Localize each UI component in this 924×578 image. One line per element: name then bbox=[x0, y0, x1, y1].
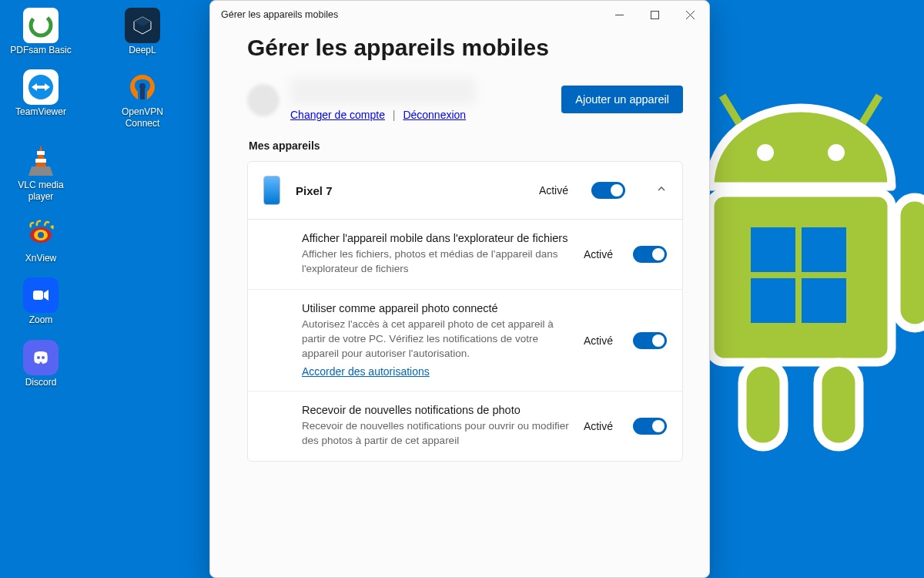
desktop: PDFsam Basic DeepL TeamViewer OpenVPN Co… bbox=[0, 0, 200, 388]
desktop-icon-label: OpenVPN Connect bbox=[111, 106, 174, 129]
setting-status: Activé bbox=[584, 248, 613, 260]
svg-line-21 bbox=[862, 96, 879, 123]
openvpn-icon bbox=[125, 69, 160, 105]
window-title: Gérer les appareils mobiles bbox=[221, 9, 601, 20]
teamviewer-icon bbox=[23, 69, 59, 105]
minimize-button[interactable] bbox=[601, 2, 637, 28]
svg-point-18 bbox=[37, 356, 40, 359]
svg-marker-17 bbox=[44, 290, 49, 301]
svg-point-27 bbox=[757, 144, 774, 161]
desktop-icon-discord[interactable]: Discord bbox=[9, 340, 72, 388]
desktop-icon-zoom[interactable]: Zoom bbox=[9, 277, 72, 325]
svg-rect-10 bbox=[37, 151, 45, 155]
svg-rect-22 bbox=[710, 193, 892, 362]
svg-line-20 bbox=[722, 96, 739, 123]
setting-title: Afficher l'appareil mobile dans l'explor… bbox=[302, 232, 571, 244]
setting-toggle[interactable] bbox=[633, 332, 667, 349]
desktop-icon-label: DeepL bbox=[129, 45, 156, 55]
desktop-icon-label: Discord bbox=[25, 377, 57, 388]
svg-rect-26 bbox=[896, 197, 924, 328]
logout-link[interactable]: Déconnexion bbox=[403, 109, 466, 121]
account-name-redacted bbox=[290, 78, 475, 104]
device-status: Activé bbox=[539, 184, 568, 197]
desktop-icon-xnview[interactable]: XnView bbox=[9, 216, 72, 264]
setting-toggle[interactable] bbox=[633, 246, 667, 263]
device-name: Pixel 7 bbox=[296, 184, 524, 197]
link-separator: | bbox=[388, 109, 400, 121]
change-account-link[interactable]: Changer de compte bbox=[290, 109, 385, 121]
window-content: Gérer les appareils mobiles Changer de c… bbox=[210, 29, 709, 577]
devices-section-label: Mes appareils bbox=[249, 139, 683, 152]
chevron-up-icon bbox=[656, 183, 667, 197]
desktop-icon-deepl[interactable]: DeepL bbox=[111, 8, 174, 55]
desktop-icon-openvpn[interactable]: OpenVPN Connect bbox=[111, 69, 174, 129]
svg-rect-11 bbox=[35, 159, 46, 163]
setting-title: Recevoir de nouvelles notifications de p… bbox=[302, 404, 571, 416]
svg-rect-24 bbox=[818, 362, 859, 447]
svg-rect-23 bbox=[742, 362, 784, 447]
xnview-icon bbox=[23, 216, 59, 251]
device-toggle[interactable] bbox=[591, 182, 625, 199]
setting-toggle[interactable] bbox=[633, 418, 667, 435]
desktop-icon-label: VLC media player bbox=[9, 180, 72, 202]
phone-icon bbox=[263, 176, 280, 205]
grant-permissions-link[interactable]: Accorder des autorisations bbox=[302, 365, 430, 378]
svg-rect-8 bbox=[140, 87, 145, 99]
svg-point-28 bbox=[828, 144, 845, 161]
setting-row-camera: Utiliser comme appareil photo connecté A… bbox=[248, 290, 682, 392]
desktop-icon-label: XnView bbox=[25, 253, 56, 264]
desktop-icon-label: TeamViewer bbox=[15, 106, 66, 117]
desktop-icon-vlc[interactable]: VLC media player bbox=[9, 143, 72, 202]
desktop-icon-teamviewer[interactable]: TeamViewer bbox=[9, 69, 72, 129]
deepl-icon bbox=[125, 8, 160, 43]
add-device-button[interactable]: Ajouter un appareil bbox=[561, 86, 683, 113]
account-row: Changer de compte | Déconnexion Ajouter … bbox=[247, 78, 683, 121]
svg-marker-12 bbox=[28, 166, 53, 176]
svg-marker-9 bbox=[35, 145, 46, 166]
vlc-icon bbox=[23, 143, 59, 178]
maximize-button[interactable] bbox=[637, 2, 672, 28]
setting-row-explorer: Afficher l'appareil mobile dans l'explor… bbox=[248, 220, 682, 290]
avatar bbox=[247, 84, 280, 116]
setting-status: Activé bbox=[584, 420, 613, 432]
setting-description: Recevoir de nouvelles notifications pour… bbox=[302, 419, 571, 449]
setting-description: Afficher les fichiers, photos et médias … bbox=[302, 247, 571, 277]
setting-status: Activé bbox=[584, 334, 613, 347]
svg-point-15 bbox=[38, 232, 44, 238]
desktop-icon-pdfsam[interactable]: PDFsam Basic bbox=[9, 8, 72, 55]
svg-rect-34 bbox=[651, 11, 658, 18]
close-button[interactable] bbox=[672, 2, 708, 28]
titlebar: Gérer les appareils mobiles bbox=[210, 1, 709, 29]
svg-rect-32 bbox=[802, 278, 846, 323]
setting-description: Autorisez l'accès à cet appareil photo d… bbox=[302, 318, 571, 361]
page-heading: Gérer les appareils mobiles bbox=[247, 35, 683, 61]
setting-row-notifications: Recevoir de nouvelles notifications de p… bbox=[248, 391, 682, 461]
pdfsam-icon bbox=[23, 8, 59, 43]
device-card: Pixel 7 Activé Afficher l'appareil mobil… bbox=[247, 161, 683, 462]
svg-rect-16 bbox=[33, 291, 43, 300]
svg-point-19 bbox=[42, 356, 45, 359]
device-header[interactable]: Pixel 7 Activé bbox=[248, 162, 682, 220]
desktop-icon-label: PDFsam Basic bbox=[10, 45, 71, 55]
svg-rect-29 bbox=[751, 227, 795, 272]
desktop-icon-label: Zoom bbox=[29, 314, 53, 325]
discord-icon bbox=[23, 340, 59, 375]
svg-rect-30 bbox=[802, 227, 846, 272]
svg-rect-31 bbox=[751, 278, 795, 323]
zoom-icon bbox=[23, 277, 59, 313]
svg-point-0 bbox=[31, 15, 51, 35]
settings-window: Gérer les appareils mobiles Gérer les ap… bbox=[209, 0, 710, 578]
setting-title: Utiliser comme appareil photo connecté bbox=[302, 302, 571, 314]
svg-rect-6 bbox=[36, 86, 45, 89]
